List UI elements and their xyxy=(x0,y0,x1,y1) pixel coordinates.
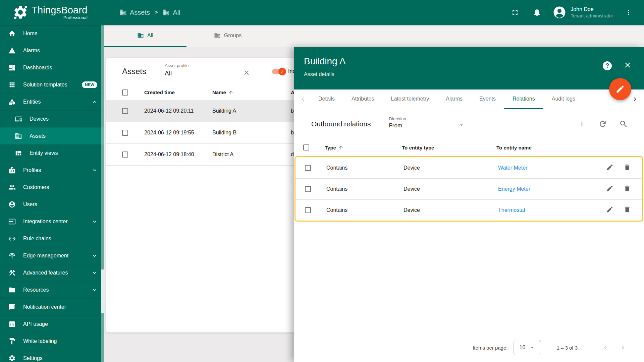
row-checkbox[interactable] xyxy=(305,165,311,171)
entity-link[interactable]: Water Meter xyxy=(498,165,606,171)
sidebar-item-advanced-features[interactable]: Advanced features xyxy=(0,264,104,281)
asset-profile-filter-label: Asset profile xyxy=(165,63,250,68)
more-options-button[interactable] xyxy=(622,6,635,19)
chat-bubble-dot-icon xyxy=(8,303,16,311)
fullscreen-button[interactable] xyxy=(508,6,522,19)
delete-trash-icon xyxy=(624,164,631,171)
items-per-page-select[interactable]: 10 xyxy=(514,340,541,355)
sidebar-item-profiles[interactable]: Profiles xyxy=(0,162,104,179)
asset-profile-filter[interactable]: Asset profile All xyxy=(165,63,250,80)
col-name[interactable]: Name xyxy=(212,89,291,95)
direction-value: From xyxy=(389,122,459,129)
relation-row[interactable]: Contains Device Thermostat xyxy=(296,199,642,221)
sidebar-item-settings[interactable]: Settings xyxy=(0,350,104,362)
col-to-entity-name[interactable]: To entity name xyxy=(496,145,608,150)
sidebar: Home Alarms Dashboards Solution template… xyxy=(0,25,104,362)
sidebar-item-dashboards[interactable]: Dashboards xyxy=(0,59,104,76)
clear-filter-button[interactable] xyxy=(243,69,250,78)
sidebar-item-white-labeling[interactable]: White labeling xyxy=(0,333,104,350)
sidebar-item-notification-center[interactable]: Notification center xyxy=(0,298,104,315)
add-relation-button[interactable] xyxy=(576,118,588,130)
tab-groups[interactable]: Groups xyxy=(186,25,269,47)
panel-tab-attributes[interactable]: Attributes xyxy=(343,89,383,109)
direction-select[interactable]: Direction From xyxy=(389,116,465,132)
breadcrumb-all[interactable]: All xyxy=(162,9,180,16)
app-name: ThingsBoard xyxy=(32,5,88,16)
row-checkbox[interactable] xyxy=(122,108,128,114)
next-page-button[interactable] xyxy=(616,341,630,355)
edit-asset-fab[interactable] xyxy=(609,78,631,100)
col-created-time[interactable]: Created time xyxy=(144,89,212,95)
panel-tab-alarms[interactable]: Alarms xyxy=(437,89,471,109)
sidebar-item-edge-management[interactable]: Edge management xyxy=(0,247,104,264)
tabs-scroll-left-button[interactable] xyxy=(296,89,310,109)
row-checkbox[interactable] xyxy=(305,186,311,192)
search-button[interactable] xyxy=(618,118,629,130)
account-circle-icon xyxy=(8,201,16,208)
panel-tab-latest-telemetry[interactable]: Latest telemetry xyxy=(383,89,438,109)
sidebar-item-resources[interactable]: Resources xyxy=(0,281,104,298)
sidebar-scrollbar[interactable] xyxy=(101,25,104,362)
sidebar-item-entities[interactable]: Entities xyxy=(0,93,104,110)
sidebar-item-api-usage[interactable]: API usage xyxy=(0,315,104,333)
entity-link[interactable]: Energy Meter xyxy=(498,186,606,192)
sidebar-item-assets[interactable]: Assets xyxy=(0,127,104,144)
previous-page-button[interactable] xyxy=(598,341,612,355)
col-type[interactable]: Type xyxy=(325,145,402,150)
sidebar-item-customers[interactable]: Customers xyxy=(0,179,104,196)
sidebar-item-entity-views[interactable]: Entity views xyxy=(0,144,104,162)
view-quilt-icon xyxy=(15,149,22,157)
edit-relation-button[interactable] xyxy=(606,164,624,172)
select-all-checkbox[interactable] xyxy=(122,89,128,96)
settings-ethernet-icon xyxy=(8,235,16,242)
thingsboard-logo[interactable]: ThingsBoard Professional xyxy=(0,5,104,20)
entity-link[interactable]: Thermostat xyxy=(498,207,606,213)
chevron-down-icon xyxy=(91,252,98,259)
col-to-entity-type[interactable]: To entity type xyxy=(402,145,496,150)
sidebar-item-integrations-center[interactable]: Integrations center xyxy=(0,213,104,230)
delete-relation-button[interactable] xyxy=(624,164,642,172)
delete-trash-icon xyxy=(624,185,631,192)
include-toggle[interactable]: ✓ xyxy=(272,69,285,74)
relation-row[interactable]: Contains Device Energy Meter xyxy=(296,178,642,199)
row-checkbox[interactable] xyxy=(305,207,311,213)
tab-all[interactable]: All xyxy=(104,25,186,47)
construction-tools-icon xyxy=(8,269,16,277)
sidebar-item-alarms[interactable]: Alarms xyxy=(0,42,104,59)
row-checkbox[interactable] xyxy=(122,130,128,136)
breadcrumb-assets[interactable]: Assets xyxy=(119,9,150,16)
panel-tab-details[interactable]: Details xyxy=(310,89,343,109)
chevron-down-icon xyxy=(91,269,98,276)
sidebar-item-users[interactable]: Users xyxy=(0,196,104,213)
help-button[interactable]: ? xyxy=(603,61,612,70)
edit-pencil-icon xyxy=(606,164,613,171)
refresh-button[interactable] xyxy=(597,118,608,130)
relation-row[interactable]: Contains Device Water Meter xyxy=(296,157,642,178)
delete-relation-button[interactable] xyxy=(624,206,642,215)
sidebar-item-home[interactable]: Home xyxy=(0,25,104,42)
asset-profile-filter-value[interactable]: All xyxy=(165,70,243,77)
delete-relation-button[interactable] xyxy=(624,185,642,193)
chevron-left-icon xyxy=(299,96,307,103)
sidebar-scrollbar-thumb[interactable] xyxy=(101,269,104,313)
sidebar-item-solution-templates[interactable]: Solution templates NEW xyxy=(0,76,104,93)
apps-grid-icon xyxy=(8,81,16,88)
row-checkbox[interactable] xyxy=(122,152,128,158)
panel-tab-audit-logs[interactable]: Audit logs xyxy=(543,89,584,109)
sidebar-item-rule-chains[interactable]: Rule chains xyxy=(0,230,104,247)
notifications-button[interactable] xyxy=(530,6,544,19)
close-icon xyxy=(623,61,632,69)
sidebar-item-devices[interactable]: Devices xyxy=(0,110,104,127)
edit-relation-button[interactable] xyxy=(606,185,624,193)
entity-tabstrip: All Groups xyxy=(104,25,644,47)
edit-relation-button[interactable] xyxy=(606,206,624,215)
chevron-down-icon xyxy=(91,218,98,225)
panel-tab-relations[interactable]: Relations xyxy=(504,89,543,109)
user-menu[interactable]: John Doe Tenant administrator xyxy=(552,5,613,19)
edit-pencil-icon xyxy=(606,185,613,192)
highlighted-relations-group: Contains Device Water Meter Contains Dev… xyxy=(294,156,643,222)
close-panel-button[interactable] xyxy=(623,61,632,71)
select-all-relations-checkbox[interactable] xyxy=(303,144,309,150)
refresh-icon xyxy=(598,120,607,128)
panel-tab-events[interactable]: Events xyxy=(471,89,504,109)
